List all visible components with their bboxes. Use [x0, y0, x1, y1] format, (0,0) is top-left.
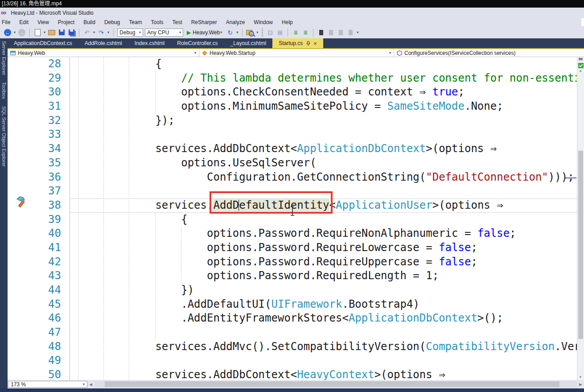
scroll-down-icon[interactable]: ▼ — [579, 375, 582, 379]
navigate-forward-file-icon[interactable]: ⊞ — [276, 29, 284, 37]
find-in-files-icon[interactable] — [246, 29, 254, 37]
line-number[interactable]: 30 — [8, 85, 61, 99]
close-tab-icon[interactable]: × — [313, 41, 317, 46]
code-line-30[interactable]: 30 options.CheckConsentNeeded = context … — [8, 85, 577, 99]
zoom-level-dropdown[interactable]: 173 % ▾ — [8, 381, 87, 388]
quick-actions-hammer-icon[interactable] — [15, 195, 28, 208]
redo-icon[interactable]: ↷ — [97, 29, 105, 37]
line-number[interactable]: 36 — [8, 170, 61, 185]
increase-indent-icon[interactable]: ≣ — [301, 29, 309, 37]
new-file-icon[interactable] — [33, 29, 41, 37]
vertical-scrollbar-thumb[interactable] — [578, 151, 583, 339]
tab-rolecontroller.cs[interactable]: RoleController.cs — [171, 38, 224, 48]
tab-applicationdbcontext.cs[interactable]: ApplicationDbContext.cs — [8, 38, 78, 48]
line-number[interactable]: 50 — [8, 368, 61, 380]
line-number[interactable]: 46 — [8, 311, 61, 326]
refresh-dropdown-icon[interactable]: ▾ — [236, 30, 238, 34]
menu-tools[interactable]: Tools — [147, 18, 168, 26]
code-line-46[interactable]: 46 .AddEntityFrameworkStores<Application… — [8, 311, 577, 326]
line-number[interactable]: 31 — [8, 99, 61, 114]
menu-test[interactable]: Test — [168, 18, 187, 26]
line-number[interactable]: 48 — [8, 340, 61, 354]
code-line-42[interactable]: 42 options.Password.RequireUppercase = f… — [8, 255, 577, 269]
tool-window-tab-server-explorer[interactable]: Server Explorer — [1, 41, 7, 75]
code-line-44[interactable]: 44 }) — [8, 283, 577, 297]
scroll-right-icon[interactable]: ▶ — [577, 382, 584, 387]
horizontal-scrollbar-thumb[interactable] — [105, 381, 559, 387]
code-line-48[interactable]: 48 services.AddMvc().SetCompatibilityVer… — [8, 340, 577, 354]
platform-dropdown[interactable]: Any CPU▾ — [145, 29, 183, 37]
menu-window[interactable]: Window — [249, 18, 277, 26]
line-number[interactable]: 39 — [8, 213, 61, 227]
line-number[interactable]: 28 — [8, 57, 61, 71]
refresh-icon[interactable]: ↻ — [226, 29, 234, 37]
line-number[interactable]: 32 — [8, 114, 61, 128]
nav-back-icon[interactable]: ← — [4, 29, 12, 37]
project-dropdown[interactable]: Heavy.Web ▾ — [8, 49, 199, 57]
decrease-indent-icon[interactable]: ≣ — [292, 29, 300, 37]
code-line-35[interactable]: 35 options.UseSqlServer( — [8, 156, 577, 170]
code-line-31[interactable]: 31 options.MinimumSameSitePolicy = SameS… — [8, 99, 577, 114]
navigate-backward-file-icon[interactable]: ⊡ — [266, 29, 274, 37]
line-number[interactable]: 33 — [8, 128, 61, 142]
menu-file[interactable]: File — [0, 18, 15, 26]
nav-forward-icon[interactable]: → — [18, 29, 26, 37]
undo-dropdown-icon[interactable]: ▾ — [93, 30, 95, 34]
line-number[interactable]: 40 — [8, 227, 61, 241]
code-line-32[interactable]: 32 }); — [8, 114, 577, 128]
nav-back-dropdown-icon[interactable]: ▾ — [14, 30, 16, 34]
pin-tab-icon[interactable] — [306, 41, 310, 46]
undo-icon[interactable]: ↶ — [83, 29, 91, 37]
code-line-28[interactable]: 28 { — [8, 57, 577, 71]
scroll-up-icon[interactable]: ▲ — [579, 69, 582, 73]
code-line-45[interactable]: 45 .AddDefaultUI(UIFramework.Bootstrap4) — [8, 297, 577, 312]
add-item-icon[interactable] — [48, 29, 56, 37]
code-line-49[interactable]: 49 — [8, 354, 577, 368]
line-number[interactable]: 47 — [8, 326, 61, 340]
line-number[interactable]: 45 — [8, 297, 61, 312]
line-number[interactable]: 43 — [8, 269, 61, 283]
configuration-dropdown[interactable]: Debug▾ — [117, 29, 143, 37]
line-number[interactable]: 35 — [8, 156, 61, 170]
toolbar-overflow-icon[interactable]: ▾ — [357, 30, 358, 34]
redo-dropdown-icon[interactable]: ▾ — [107, 30, 109, 34]
code-line-43[interactable]: 43 options.Password.RequiredLength = 1; — [8, 269, 577, 283]
code-line-41[interactable]: 41 options.Password.RequireLowercase = f… — [8, 241, 577, 255]
prev-bookmark-icon[interactable] — [327, 29, 335, 37]
menu-team[interactable]: Team — [124, 18, 146, 26]
menu-analyze[interactable]: Analyze — [222, 18, 250, 26]
code-line-34[interactable]: 34 services.AddDbContext<ApplicationDbCo… — [8, 142, 577, 156]
next-bookmark-icon[interactable] — [337, 29, 345, 37]
tab-_layout.cshtml[interactable]: _Layout.cshtml — [224, 38, 273, 48]
menu-help[interactable]: Help — [277, 18, 297, 26]
line-number[interactable]: 44 — [8, 283, 61, 297]
tool-window-tab-toolbox[interactable]: Toolbox — [1, 82, 7, 99]
code-line-40[interactable]: 40 options.Password.RequireNonAlphanumer… — [8, 227, 577, 241]
line-number[interactable]: 42 — [8, 255, 61, 269]
code-line-50[interactable]: 50 services.AddDbContext<HeavyContext>(o… — [8, 368, 577, 380]
member-dropdown[interactable]: ConfigureServices(IServiceCollection ser… — [394, 49, 584, 57]
new-file-dropdown-icon[interactable]: ▾ — [44, 30, 45, 34]
save-icon[interactable] — [58, 29, 66, 37]
tab-addrole.cshtml[interactable]: AddRole.cshtml — [78, 38, 128, 48]
scroll-left-icon[interactable]: ◀ — [87, 382, 94, 387]
type-dropdown[interactable]: Heavy.Web.Startup ▾ — [199, 49, 394, 57]
find-dropdown-icon[interactable]: ▾ — [256, 30, 258, 34]
code-editor[interactable]: 28 {29 // This lambda determines whether… — [8, 57, 577, 380]
save-all-icon[interactable] — [67, 29, 75, 37]
tab-index.cshtml[interactable]: Index.cshtml — [128, 38, 171, 48]
tab-startup.cs[interactable]: Startup.cs× — [272, 38, 323, 48]
code-line-29[interactable]: 29 // This lambda determines whether use… — [8, 71, 577, 86]
menu-resharper[interactable]: ReSharper — [187, 18, 222, 26]
menu-build[interactable]: Build — [79, 18, 100, 26]
splitter-grip[interactable] — [579, 58, 583, 59]
code-line-33[interactable]: 33 — [8, 128, 577, 142]
code-line-47[interactable]: 47 — [8, 326, 577, 340]
menu-debug[interactable]: Debug — [100, 18, 124, 26]
line-number[interactable]: 49 — [8, 354, 61, 368]
line-number[interactable]: 41 — [8, 241, 61, 255]
menu-project[interactable]: Project — [53, 18, 79, 26]
clear-bookmarks-icon[interactable] — [346, 29, 354, 37]
start-debug-button[interactable]: ▶ Heavy.Web ▾ — [185, 29, 224, 36]
code-line-36[interactable]: 36 Configuration.GetConnectionString("De… — [8, 170, 577, 185]
